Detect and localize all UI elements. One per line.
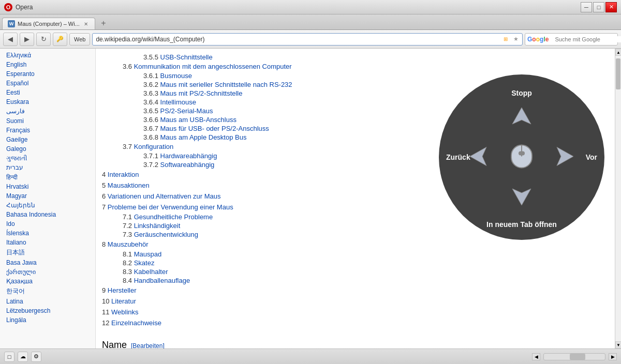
gesture-overlay: Stopp — [439, 74, 604, 240]
address-bar-wrapper[interactable]: ⊞ ★ — [92, 33, 523, 46]
sidebar-link[interactable]: עברית — [0, 163, 95, 173]
toc-link[interactable]: 3.7.2 Softwareabhängig — [143, 161, 214, 169]
toc-link[interactable]: 6 Variationen und Alternativen zur Maus — [102, 192, 221, 200]
toc-link[interactable]: 7.3 Geräuschentwicklung — [123, 231, 198, 238]
current-tab[interactable]: W Maus (Computer) – Wi... ✕ — [2, 18, 95, 29]
sidebar-link[interactable]: Ido — [0, 219, 95, 229]
toc-link[interactable]: 3.6.2 Maus mit serieller Schnittstelle n… — [143, 81, 292, 88]
bottom-icon-1[interactable]: □ — [4, 352, 14, 362]
scrollbar-thumb[interactable] — [616, 58, 620, 89]
gesture-right-arrow — [553, 145, 575, 170]
scrollbar-up-button[interactable]: ▲ — [615, 49, 621, 56]
content-scrollbar[interactable]: ▲ ▼ — [615, 49, 621, 348]
toc-link[interactable]: 3.6.3 Maus mit PS/2-Schnittstelle — [143, 89, 242, 97]
h-scroll-right-button[interactable]: ▶ — [609, 353, 617, 360]
rss-icon[interactable]: ⊞ — [501, 35, 510, 43]
sidebar-link[interactable]: Esperanto — [0, 69, 95, 79]
toc-entry: 12 Einzelnachweise — [102, 317, 609, 328]
toc-link[interactable]: 3.6.5 PS/2-Serial-Maus — [143, 107, 213, 115]
toc-link[interactable]: 3.6.6 Maus am USB-Anschluss — [143, 116, 236, 124]
sidebar-link[interactable]: فارسی — [0, 107, 95, 116]
toc-link[interactable]: 11 Weblinks — [102, 308, 139, 316]
address-bar[interactable] — [93, 36, 499, 43]
toc-link[interactable]: 3.6.7 Maus für USB- oder PS/2-Anschluss — [143, 125, 269, 132]
sidebar-link[interactable]: हिन्दी — [0, 173, 95, 182]
sidebar-link[interactable]: Euskara — [0, 97, 95, 107]
sidebar-link[interactable]: ქართული — [0, 267, 95, 277]
sidebar-link[interactable]: Magyar — [0, 191, 95, 201]
toc-link[interactable]: 7 Probleme bei der Verwendung einer Maus — [102, 203, 233, 211]
toc-link[interactable]: 7.1 Gesundheitliche Probleme — [123, 213, 213, 221]
gesture-stop-label: Stopp — [511, 89, 532, 97]
bottom-bar: □ ☁ ⚙ ◀ ▶ — [0, 348, 621, 364]
search-wrapper[interactable]: G o o g l e ▸ — [525, 33, 618, 46]
toc-link[interactable]: 10 Literatur — [102, 297, 136, 305]
toc-link[interactable]: 8 Mauszubehör — [102, 240, 149, 248]
toc-link[interactable]: 3.6 Kommunikation mit dem angeschlossene… — [123, 63, 292, 70]
toc-link[interactable]: 8.3 Kabelhalter — [123, 268, 168, 276]
sidebar-link[interactable]: Bahasa Indonesia — [0, 210, 95, 219]
section-edit-link[interactable]: [Bearbeiten] — [131, 342, 165, 348]
tab-close-icon[interactable]: ✕ — [82, 20, 90, 27]
maximize-button[interactable]: □ — [593, 2, 604, 12]
h-scroll-left-button[interactable]: ◀ — [532, 353, 540, 360]
sidebar-link[interactable]: ગુજરાતી — [0, 154, 95, 163]
minimize-button[interactable]: ─ — [581, 2, 592, 12]
toc-link[interactable]: 5 Mausaktionen — [102, 181, 150, 189]
h-scroll-thumb[interactable] — [570, 354, 585, 360]
main-area: Ελληνικά English Esperanto Español Eesti… — [0, 49, 621, 348]
sidebar-link-english[interactable]: English — [0, 60, 95, 69]
scroll-arrow-left[interactable]: ◀ — [532, 353, 540, 360]
toc-link[interactable]: 4 Interaktion — [102, 171, 139, 178]
sidebar-link[interactable]: Français — [0, 126, 95, 135]
bottom-icon-3[interactable]: ⚙ — [31, 352, 41, 362]
sidebar-link[interactable]: Lëtzebuergesch — [0, 306, 95, 315]
toc-link[interactable]: 3.6.1 Busmouse — [143, 72, 192, 80]
web-button[interactable]: Web — [69, 33, 90, 46]
horizontal-scrollbar[interactable] — [543, 353, 605, 360]
scrollbar-down-button[interactable]: ▼ — [615, 341, 621, 348]
sidebar-link[interactable]: Español — [0, 79, 95, 88]
key-button[interactable]: 🔑 — [53, 33, 67, 46]
toc-link[interactable]: 3.6.4 Intellimouse — [143, 98, 196, 106]
sidebar-link[interactable]: Basa Jawa — [0, 258, 95, 267]
reload-button[interactable]: ↻ — [36, 33, 51, 46]
toc-link[interactable]: 8.1 Mauspad — [123, 250, 161, 258]
title-bar: O Opera ─ □ ✕ — [0, 0, 621, 14]
bookmark-star-icon[interactable]: ★ — [512, 35, 520, 43]
sidebar-link[interactable]: Italiano — [0, 238, 95, 247]
toc-link[interactable]: 3.7 Konfiguration — [123, 143, 173, 150]
toc-link[interactable]: 3.7.1 Hardwareabhängig — [143, 152, 217, 160]
sidebar: Ελληνικά English Esperanto Español Eesti… — [0, 49, 96, 348]
sidebar-link[interactable]: Eesti — [0, 88, 95, 97]
scroll-arrow-right[interactable]: ▶ — [609, 353, 617, 360]
tab-title: Maus (Computer) – Wi... — [18, 21, 82, 27]
close-button[interactable]: ✕ — [605, 2, 617, 12]
sidebar-link[interactable]: Latina — [0, 297, 95, 306]
sidebar-link[interactable]: Հայերեն — [0, 201, 95, 210]
sidebar-link[interactable]: Suomi — [0, 116, 95, 126]
toc-link[interactable]: 9 Hersteller — [102, 286, 136, 294]
sidebar-link[interactable]: Galego — [0, 144, 95, 154]
toc-link[interactable]: 12 Einzelnachweise — [102, 319, 161, 327]
toc-link[interactable]: 3.6.8 Maus am Apple Desktop Bus — [143, 133, 246, 141]
sidebar-link[interactable]: Íslenska — [0, 229, 95, 238]
sidebar-link[interactable]: Ελληνικά — [0, 51, 95, 60]
toc-entry: 11 Weblinks — [102, 307, 609, 317]
toc-link[interactable]: 3.5.5 USB-Schnittstelle — [143, 53, 213, 61]
forward-button[interactable]: ▶ — [20, 33, 34, 46]
sidebar-link[interactable]: Lingála — [0, 315, 95, 325]
back-button[interactable]: ◀ — [3, 33, 18, 46]
toc-entry: 9 Hersteller — [102, 285, 609, 296]
sidebar-link[interactable]: Gaeilge — [0, 135, 95, 144]
sidebar-link[interactable]: Hrvatski — [0, 182, 95, 191]
toc-link[interactable]: 7.2 Linkshändigkeit — [123, 222, 180, 230]
toc-link[interactable]: 8.4 Handballenauflage — [123, 277, 190, 284]
sidebar-link[interactable]: Қазақша — [0, 277, 95, 286]
search-input[interactable] — [553, 36, 621, 42]
sidebar-link[interactable]: 日本語 — [0, 247, 95, 258]
new-tab-button[interactable]: + — [97, 17, 110, 29]
toc-link[interactable]: 8.2 Skatez — [123, 259, 154, 267]
sidebar-link[interactable]: 한국어 — [0, 286, 95, 297]
bottom-icon-2[interactable]: ☁ — [18, 352, 28, 362]
